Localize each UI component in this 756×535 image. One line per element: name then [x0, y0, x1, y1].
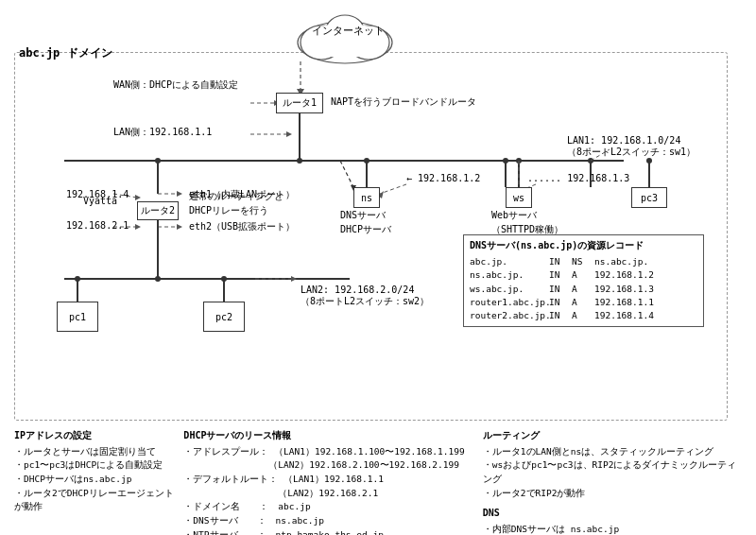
domain-label: abc.jp ドメイン	[19, 45, 112, 61]
dhcp-pool-lan2: （LAN2）192.168.2.100〜192.168.2.199	[183, 458, 474, 473]
internet-label: インターネット	[301, 24, 395, 38]
ip-item-1: ・ルータとサーバは固定割り当て	[14, 445, 176, 459]
ip-info-block: IPアドレスの設定 ・ルータとサーバは固定割り当て ・pc1〜pc3はDHCPに…	[14, 428, 176, 535]
eth2-label: eth2（USB拡張ポート）	[189, 220, 295, 233]
ip-item-4: ・ルータ2でDHCPリレーエージェントが動作	[14, 487, 176, 514]
ip-192-168-1-4: 192.168.1.4	[66, 189, 129, 199]
dhcp-default-route-lan2: （LAN2）192.168.2.1	[183, 487, 474, 501]
ip-192-168-2-1: 192.168.2.1	[66, 220, 129, 231]
routing-item-1: ・ルータ1のLAN側とnsは、スタティックルーティング	[483, 445, 742, 459]
ws-desc: Webサーバ （SHTTPD稼働）	[491, 208, 563, 236]
napt-label: NAPTを行うブロードバンドルータ	[331, 95, 476, 109]
ns-box: ns	[353, 187, 380, 208]
dns-table: DNSサーバ(ns.abc.jp)の資源レコード abc.jp. IN NS n…	[463, 234, 704, 327]
dns-table-title: DNSサーバ(ns.abc.jp)の資源レコード	[470, 239, 697, 252]
lan-side-label: LAN側：192.168.1.1	[113, 126, 212, 139]
ip-192-168-1-3: ...... 192.168.1.3	[527, 173, 629, 183]
dhcp-ntp: ・NTPサーバ ： ntp.hamako-ths.ed.jp	[183, 528, 474, 535]
dhcp-title: DHCPサーバのリース情報	[183, 428, 474, 443]
dhcp-dns: ・DNSサーバ ： ns.abc.jp	[183, 514, 474, 528]
dhcp-pool: ・アドレスプール： （LAN1）192.168.1.100〜192.168.1.…	[183, 445, 474, 459]
pc1-box: pc1	[57, 302, 98, 332]
routing-item-3: ・ルータ2でRIP2が動作	[483, 487, 742, 501]
ws-box: ws	[506, 187, 532, 208]
pc3-box: pc3	[631, 187, 667, 208]
ns-desc: DNSサーバ DHCPサーバ	[340, 208, 391, 236]
dns-title: DNS	[483, 506, 742, 521]
dns-row-1: abc.jp. IN NS ns.abc.jp.	[470, 255, 697, 268]
lan1-label: LAN1: 192.168.1.0/24 （8ポートL2スイッチ：sw1）	[567, 135, 696, 159]
info-section: IPアドレスの設定 ・ルータとサーバは固定割り当て ・pc1〜pc3はDHCPに…	[14, 428, 742, 535]
routing-item-2: ・wsおよびpc1〜pc3は、RIP2によるダイナミックルーティング	[483, 458, 742, 486]
lan2-label: LAN2: 192.168.2.0/24 （8ポートL2スイッチ：sw2）	[301, 285, 429, 308]
ip-item-3: ・DHCPサーバはns.abc.jp	[14, 473, 176, 487]
pc2-box: pc2	[203, 302, 245, 332]
router2-box: ルータ2	[137, 201, 179, 220]
wan-label: WAN側：DHCPによる自動設定	[113, 78, 238, 92]
dns-row-5: router2.abc.jp. IN A 192.168.1.4	[470, 309, 697, 322]
dhcp-default-route-lan1: ・デフォルトルート： （LAN1）192.168.1.1	[183, 473, 474, 487]
dns-row-4: router1.abc.jp. IN A 192.168.1.1	[470, 296, 697, 309]
router1-box: ルータ1	[276, 93, 323, 113]
dns-row-3: ws.abc.jp. IN A 192.168.1.3	[470, 283, 697, 296]
dns-row-2: ns.abc.jp. IN A 192.168.1.2	[470, 268, 697, 282]
routing-dns-block: ルーティング ・ルータ1のLAN側とnsは、スタティックルーティング ・wsおよ…	[483, 428, 742, 535]
dhcp-info-block: DHCPサーバのリース情報 ・アドレスプール： （LAN1）192.168.1.…	[183, 428, 474, 535]
main-container: abc.jp ドメイン	[0, 0, 756, 535]
dns-item-1: ・内部DNSサーバは ns.abc.jp	[483, 523, 742, 535]
ip-title: IPアドレスの設定	[14, 428, 176, 443]
ip-item-2: ・pc1〜pc3はDHCPによる自動設定	[14, 458, 176, 473]
dhcp-domain: ・ドメイン名 ： abc.jp	[183, 500, 474, 514]
routing-title: ルーティング	[483, 428, 742, 443]
ip-192-168-1-2: ← 192.168.1.2	[406, 173, 480, 183]
routing-desc: 通常のルーティングと DHCPリレーを行う	[189, 189, 284, 217]
